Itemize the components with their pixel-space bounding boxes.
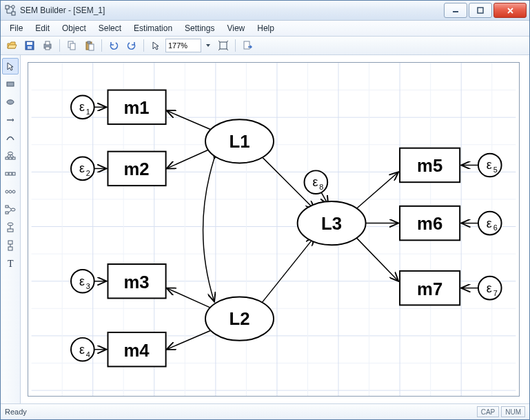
svg-rect-22 [12,157,15,159]
path-L2-m4[interactable] [167,329,214,350]
menu-edit[interactable]: Edit [29,21,56,36]
toolbar-separator [235,39,236,52]
observed-m2[interactable]: m2 [108,152,165,186]
svg-rect-14 [89,44,94,50]
redo-icon[interactable] [123,37,140,54]
latent-L3[interactable]: L3 [298,201,366,245]
path-L2-m3[interactable] [167,288,212,309]
fit-icon[interactable] [215,37,232,54]
latent-L1[interactable]: L1 [205,119,274,163]
svg-text:5: 5 [493,166,498,174]
path-L1-m1[interactable] [167,110,214,131]
tool-regression-icon[interactable] [2,201,19,218]
diagram-svg[interactable]: L1 L2 L3 m1 m2 m3 m4 m5 m6 m7 ε1 ε2 ε3 ε… [28,63,519,396]
latent-L2[interactable]: L2 [205,297,274,340]
path-L3-m7[interactable] [356,237,398,281]
svg-rect-30 [6,212,8,214]
observed-m7[interactable]: m7 [400,271,460,305]
svg-rect-33 [8,229,13,232]
workarea: T [1,55,529,403]
pointer-icon[interactable] [147,37,164,54]
svg-text:T: T [8,259,14,268]
error-e5[interactable]: ε5 [478,154,502,177]
menu-help[interactable]: Help [251,21,281,36]
tool-covariance-icon[interactable] [2,130,19,146]
tool-multilevel-icon[interactable] [2,219,19,236]
svg-text:m5: m5 [417,156,442,175]
svg-point-18 [7,100,14,104]
observed-m1[interactable]: m1 [108,90,165,124]
svg-text:ε: ε [487,158,492,172]
path-L2-L3[interactable] [260,237,314,305]
open-icon[interactable] [3,37,20,54]
canvas[interactable]: L1 L2 L3 m1 m2 m3 m4 m5 m6 m7 ε1 ε2 ε3 ε… [28,62,520,397]
svg-text:ε: ε [79,100,85,114]
tool-ellipse-icon[interactable] [2,94,19,110]
tool-text-icon[interactable]: T [2,255,19,272]
tool-measurement-icon[interactable] [2,148,19,164]
svg-rect-11 [70,43,75,50]
menu-estimation[interactable]: Estimation [128,21,179,36]
undo-icon[interactable] [105,37,122,54]
svg-text:2: 2 [86,169,90,177]
menu-select[interactable]: Select [92,21,128,36]
path-L1-m2[interactable] [167,148,212,169]
zoom-dropdown-icon[interactable] [203,39,214,52]
observed-m6[interactable]: m6 [400,206,460,240]
svg-rect-16 [244,41,249,49]
svg-rect-23 [6,172,8,175]
paste-icon[interactable] [81,37,98,54]
zoom-value[interactable]: 177% [165,39,201,52]
tool-latent-row-icon[interactable] [2,183,19,200]
tool-observed-row-icon[interactable] [2,166,19,182]
export-icon[interactable] [239,37,256,54]
error-e2[interactable]: ε2 [71,157,94,181]
svg-rect-6 [28,46,32,49]
print-icon[interactable] [39,37,56,54]
error-e8[interactable]: ε8 [305,170,328,194]
window-controls [442,3,527,18]
menu-settings[interactable]: Settings [179,21,221,36]
toolbar-separator [143,39,144,52]
error-e7[interactable]: ε7 [478,277,502,300]
svg-point-26 [6,190,8,193]
maximize-button[interactable] [469,3,492,18]
toolbar: 177% [1,37,529,55]
path-cov-L1-L2[interactable] [203,159,214,302]
svg-text:m3: m3 [123,272,149,292]
error-e4[interactable]: ε4 [71,338,94,361]
svg-text:m6: m6 [417,214,442,233]
menu-view[interactable]: View [221,21,251,36]
svg-text:m2: m2 [123,159,149,179]
tool-constraint-icon[interactable] [2,237,19,254]
menubar: File Edit Object Select Estimation Setti… [1,21,529,37]
svg-rect-9 [45,47,50,50]
svg-rect-21 [9,157,12,159]
observed-m4[interactable]: m4 [108,332,165,366]
svg-text:m4: m4 [123,341,150,360]
error-e3[interactable]: ε3 [71,270,94,293]
app-icon [5,5,16,16]
observed-m5[interactable]: m5 [400,148,460,182]
tool-path-icon[interactable] [2,112,19,128]
minimize-button[interactable] [444,3,467,18]
close-button[interactable] [493,3,527,18]
save-icon[interactable] [21,37,38,54]
copy-icon[interactable] [63,37,80,54]
svg-rect-0 [6,6,9,9]
error-e1[interactable]: ε1 [71,96,94,119]
svg-point-2 [12,6,14,8]
window-title: SEM Builder - [SEM_1] [20,6,442,15]
menu-object[interactable]: Object [56,21,92,36]
svg-text:3: 3 [86,282,90,290]
path-L3-m5[interactable] [356,172,398,209]
tool-palette: T [1,55,21,403]
tool-rectangle-icon[interactable] [2,76,19,92]
error-e6[interactable]: ε6 [478,212,502,235]
observed-m3[interactable]: m3 [108,264,165,298]
menu-file[interactable]: File [3,21,29,36]
svg-text:ε: ε [487,281,492,295]
svg-text:6: 6 [493,223,498,232]
status-ready: Ready [5,408,27,416]
tool-select-icon[interactable] [2,58,19,74]
